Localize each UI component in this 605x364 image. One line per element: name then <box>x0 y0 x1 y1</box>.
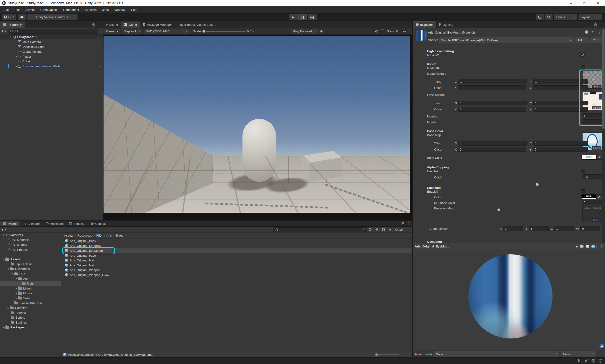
project-tree-item[interactable]: ▼ Resources <box>0 267 61 272</box>
project-tree-item[interactable]: ▶ Yuzu <box>0 296 61 301</box>
base-tiling-x-input[interactable]: 1 <box>459 141 527 146</box>
menu-item[interactable]: Services <box>82 6 100 13</box>
base-tiling-y-input[interactable]: 1 <box>533 141 588 146</box>
help-icon[interactable]: ? <box>585 30 589 34</box>
project-tree-item[interactable]: ▶ Packages <box>0 325 61 330</box>
asset-file-item[interactable]: Aris_Original_Eyebrow <box>62 244 412 248</box>
tab-project[interactable]: Project <box>0 221 20 226</box>
close-button[interactable]: ✕ <box>591 0 605 6</box>
maximize-button[interactable]: □ <box>578 0 591 6</box>
layers-dropdown[interactable]: Layers▼ <box>554 14 577 20</box>
hierarchy-item[interactable]: Cube <box>0 59 103 64</box>
tab-animation[interactable]: Animation <box>43 221 67 226</box>
project-tree-item[interactable]: Mats <box>0 281 61 286</box>
face-offset-x-input[interactable]: 0 <box>458 107 526 112</box>
base-color-swatch[interactable]: HDR <box>581 155 602 159</box>
preset-alert-icon[interactable] <box>382 228 385 231</box>
scale-slider[interactable] <box>202 31 245 32</box>
project-tree-item[interactable]: ▼ Aris <box>0 276 61 281</box>
tab-lighting[interactable]: Lighting <box>436 22 456 28</box>
menu-item[interactable]: Assets <box>23 6 37 13</box>
material-preview[interactable] <box>413 250 605 351</box>
favorites-item[interactable]: All Prefabs <box>0 247 61 252</box>
breadcrumb-item[interactable]: Mats <box>116 234 123 237</box>
game-panel-menu-icon[interactable]: ⋮ <box>407 23 410 27</box>
mouth-c-input[interactable]: 1 <box>582 114 602 118</box>
mute-audio-icon[interactable] <box>374 29 378 33</box>
preview-environment-dropdown[interactable]: ▼ <box>591 245 598 248</box>
pause-button[interactable] <box>298 14 307 20</box>
tab-animator[interactable]: Animator <box>20 221 42 226</box>
hierarchy-item[interactable]: Main Camera <box>0 39 103 44</box>
assetbundle-main-dropdown[interactable]: None▼ <box>434 351 559 357</box>
expand-arrow-icon[interactable]: ▶ <box>15 292 18 295</box>
menu-item[interactable]: GameObject <box>37 6 60 13</box>
project-tree-item[interactable]: InputActions <box>0 262 61 267</box>
preset-list-button[interactable]: ▼ <box>590 37 602 43</box>
project-tree-item[interactable]: Scripts <box>0 315 61 320</box>
project-tree-item[interactable]: ▶ Momoi <box>0 291 61 296</box>
shader-dropdown[interactable]: SimpleURPToonLitExample(With Outline)▼ <box>439 37 574 43</box>
asset-labels-icon[interactable] <box>599 344 604 349</box>
undo-history-button[interactable] <box>536 14 543 20</box>
presets-icon[interactable] <box>591 30 595 34</box>
resolution-dropdown[interactable]: QHD (2560x1440)▼ <box>144 29 190 34</box>
base-offset-y-input[interactable]: 0 <box>533 147 588 152</box>
expand-arrow-icon[interactable]: ▶ <box>7 307 10 309</box>
mouth-offset-x-input[interactable]: 0 <box>458 85 526 90</box>
expand-arrow-icon[interactable]: ▶ <box>15 287 18 289</box>
scene-menu-icon[interactable]: ⋮ <box>97 35 101 39</box>
breadcrumb-item[interactable]: Resources › <box>77 234 96 237</box>
tab-timeline[interactable]: Timeline <box>66 221 88 226</box>
gizmos-dropdown[interactable]: Gizmos▼ <box>396 29 410 33</box>
is-mouth-checkbox[interactable]: ✓ <box>581 65 585 69</box>
face-tiling-y-input[interactable]: 1 <box>533 101 588 105</box>
status-ok-icon[interactable] <box>599 359 603 363</box>
preview-header[interactable]: Aris_Original_EyeMouth ▶ ▼ ⋮ <box>413 243 605 250</box>
mask-y-input[interactable]: 1 <box>529 226 549 231</box>
hierarchy-item[interactable]: Global Volume <box>0 49 103 54</box>
add-object-button[interactable]: + <box>1 29 3 33</box>
frame-debugger-bug-icon[interactable] <box>319 29 323 33</box>
mouth-tiling-x-input[interactable]: 1 <box>459 79 527 84</box>
mask-z-input[interactable]: 1 <box>554 226 574 231</box>
prefab-chevron-icon[interactable]: › <box>99 65 100 68</box>
minimize-button[interactable]: – <box>564 0 578 6</box>
hierarchy-item[interactable]: ▶ Player <box>0 54 103 59</box>
preview-drag-handle[interactable] <box>453 246 573 247</box>
mask-x-input[interactable]: 1 <box>503 226 523 231</box>
alpha-enable-checkbox[interactable] <box>581 169 585 173</box>
tab-player-input-actions[interactable]: Player (Input Actions Editor) <box>175 22 218 28</box>
project-tree-item[interactable]: ▶ Samples <box>0 305 61 310</box>
mouth-tiling-y-input[interactable]: 1 <box>533 79 588 84</box>
lock-icon[interactable] <box>92 23 95 26</box>
expand-arrow-icon[interactable]: ▶ <box>15 55 18 58</box>
hierarchy-item[interactable]: ▶ Environment_Narrow_Walls › <box>0 64 103 69</box>
account-button[interactable]: G ▼ <box>2 14 16 20</box>
project-tree-item[interactable]: ▼ FBX <box>0 271 61 276</box>
base-offset-x-input[interactable]: 0 <box>458 147 526 152</box>
expand-arrow-icon[interactable]: ▼ <box>2 258 5 260</box>
step-button[interactable]: ▶ <box>308 14 317 20</box>
breadcrumb-item[interactable]: Assets › <box>64 234 77 237</box>
select-button[interactable]: Select <box>592 146 602 150</box>
favorites-root[interactable]: ▼★ Favorites <box>0 233 61 237</box>
expand-arrow-icon[interactable]: ▼ <box>15 277 18 280</box>
asset-file-item[interactable]: Aris_Original_Body <box>62 238 412 244</box>
project-tree-item[interactable]: Settings <box>0 320 61 325</box>
mask-w-input[interactable]: 0 <box>580 226 600 231</box>
project-tree-item[interactable]: ▶ Midori <box>0 286 61 291</box>
game-mode-dropdown[interactable]: Game▼ <box>104 29 120 34</box>
menu-item[interactable]: Jobs <box>99 6 111 13</box>
asset-file-item[interactable]: Aris_Original_Hair <box>62 258 412 263</box>
expand-arrow-icon[interactable]: ▶ <box>2 326 5 328</box>
menu-item[interactable]: Component <box>60 6 82 13</box>
tab-console[interactable]: Console <box>88 221 109 226</box>
project-menu-icon[interactable]: ⋮ <box>407 222 410 225</box>
breadcrumb-item[interactable]: FBX › <box>96 234 107 237</box>
project-tree-item[interactable]: SimpleURPToon <box>0 301 61 306</box>
search-button[interactable] <box>545 14 553 20</box>
favorites-item[interactable]: All Models <box>0 242 61 247</box>
favorites-item[interactable]: All Materials <box>0 237 61 243</box>
version-control-dropdown[interactable]: Unity Version Control ▼ <box>27 14 77 20</box>
